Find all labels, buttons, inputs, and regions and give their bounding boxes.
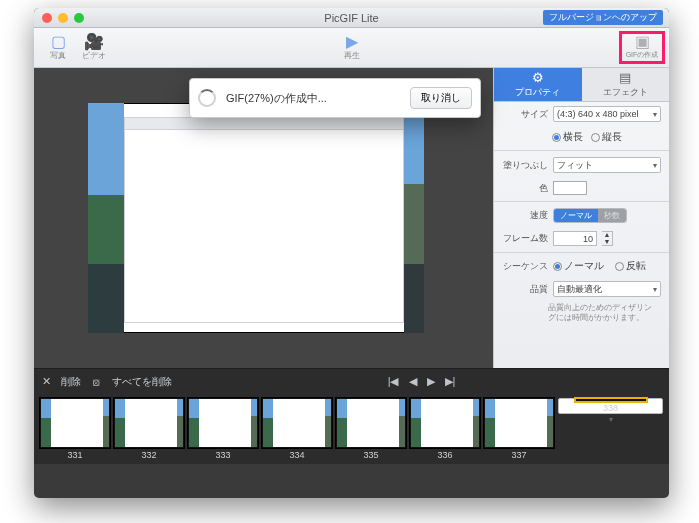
cancel-button[interactable]: 取り消し	[410, 87, 472, 109]
play-button[interactable]: ▶ 再生	[334, 34, 370, 61]
step-fwd-icon[interactable]: ▶	[427, 375, 435, 388]
photo-label: 写真	[50, 50, 66, 61]
preview-bg-left	[88, 103, 124, 333]
quality-note: 品質向上のためのディザリングには時間がかかります。	[494, 301, 669, 327]
go-start-icon[interactable]: |◀	[388, 375, 399, 388]
photo-icon: ▢	[51, 34, 66, 50]
photo-mode-button[interactable]: ▢ 写真	[40, 34, 76, 61]
frame-control-bar: ✕ 削除 ⦻ すべてを削除 |◀ ◀ ▶ ▶|	[34, 368, 669, 394]
video-label: ビデオ	[82, 50, 106, 61]
make-gif-highlight: ▣ GIFの作成	[619, 31, 665, 64]
preview-canvas	[114, 103, 414, 333]
go-end-icon[interactable]: ▶|	[445, 375, 456, 388]
trash-all-icon: ⦻	[91, 376, 102, 388]
frame-thumb-selected[interactable]: 338	[558, 398, 663, 414]
upgrade-banner[interactable]: フルバージョンへのアップ	[543, 10, 663, 25]
play-icon: ▶	[346, 34, 358, 50]
frames-label: フレーム数	[502, 232, 548, 245]
size-select[interactable]: (4:3) 640 x 480 pixel	[553, 106, 661, 122]
tab-effect-label: エフェクト	[603, 86, 648, 99]
frames-stepper[interactable]: ▲▼	[602, 231, 613, 246]
play-label: 再生	[344, 50, 360, 61]
frame-thumb[interactable]: 337	[484, 398, 554, 460]
preview-inner-window	[124, 117, 404, 323]
frame-thumb[interactable]: 335	[336, 398, 406, 460]
titlebar: PicGIF Lite フルバージョンへのアップ	[34, 8, 669, 28]
speed-segmented[interactable]: ノーマル 秒数	[553, 208, 627, 223]
speed-label: 速度	[502, 209, 548, 222]
tab-property-label: プロパティ	[515, 86, 560, 99]
quality-select[interactable]: 自動最適化	[553, 281, 661, 297]
trash-icon: ✕	[42, 375, 51, 388]
preview-bg-right	[404, 103, 424, 333]
orientation-vertical[interactable]: 縦長	[591, 130, 622, 144]
quality-label: 品質	[502, 283, 548, 296]
app-window: PicGIF Lite フルバージョンへのアップ ▢ 写真 🎥 ビデオ ▶ 再生…	[34, 8, 669, 498]
frame-thumb[interactable]: 331	[40, 398, 110, 460]
orientation-horizontal[interactable]: 横長	[552, 130, 583, 144]
frames-field[interactable]: 10	[553, 231, 597, 246]
fill-select[interactable]: フィット	[553, 157, 661, 173]
make-gif-label: GIFの作成	[626, 50, 659, 60]
progress-dialog: GIF(27%)の作成中... 取り消し	[189, 78, 481, 118]
frame-thumb[interactable]: 332	[114, 398, 184, 460]
fill-label: 塗りつぶし	[502, 159, 548, 172]
delete-all-button[interactable]: すべてを削除	[112, 375, 172, 389]
frame-thumb[interactable]: 334	[262, 398, 332, 460]
video-icon: 🎥	[84, 34, 104, 50]
spinner-icon	[198, 89, 216, 107]
progress-message: GIF(27%)の作成中...	[226, 91, 400, 106]
effect-icon: ▤	[619, 70, 631, 85]
gear-icon: ⚙	[532, 70, 544, 85]
delete-button[interactable]: 削除	[61, 375, 81, 389]
video-mode-button[interactable]: 🎥 ビデオ	[76, 34, 112, 61]
make-gif-icon: ▣	[635, 34, 650, 50]
sequence-reverse[interactable]: 反転	[615, 259, 646, 273]
frame-thumb[interactable]: 333	[188, 398, 258, 460]
sequence-label: シーケンス	[502, 260, 548, 273]
frame-thumb[interactable]: 336	[410, 398, 480, 460]
step-back-icon[interactable]: ◀	[409, 375, 417, 388]
color-label: 色	[502, 182, 548, 195]
sequence-normal[interactable]: ノーマル	[553, 259, 604, 273]
tab-effect[interactable]: ▤ エフェクト	[582, 68, 670, 102]
make-gif-button[interactable]: ▣ GIFの作成	[624, 34, 660, 60]
toolbar: ▢ 写真 🎥 ビデオ ▶ 再生 ▣ GIFの作成	[34, 28, 669, 68]
tab-property[interactable]: ⚙ プロパティ	[494, 68, 582, 102]
color-swatch[interactable]	[553, 181, 587, 195]
size-label: サイズ	[502, 108, 548, 121]
side-panel: ⚙ プロパティ ▤ エフェクト サイズ (4:3) 640 x 480 pixe…	[493, 68, 669, 368]
filmstrip: 331 332 333 334 335 336 337 338	[34, 394, 669, 464]
